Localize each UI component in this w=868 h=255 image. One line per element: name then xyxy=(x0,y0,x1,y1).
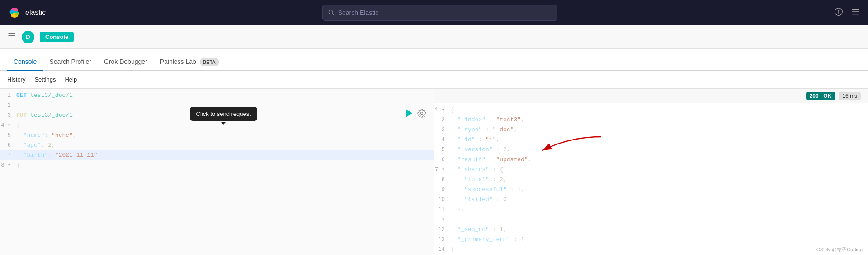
nav-icons xyxy=(834,7,861,19)
search-placeholder: Search Elastic xyxy=(338,9,378,16)
resp-line-11: 11 ▾ }, xyxy=(434,205,868,225)
resp-line-12: 12 "_seq_no" : 1, xyxy=(434,225,868,235)
logo-area[interactable]: elastic xyxy=(7,5,46,20)
tooltip-container: Click to send request xyxy=(190,107,257,121)
request-settings-icon[interactable] xyxy=(417,109,426,120)
response-pane: 200 - OK 16 ms 1 ▾ { 2 "_index" : "test3… xyxy=(434,89,868,255)
code-line-6: 6 "age": 2, xyxy=(0,140,434,150)
resp-line-14: 14 ▾ } xyxy=(434,245,868,255)
history-button[interactable]: History xyxy=(7,76,25,83)
beta-badge: BETA xyxy=(200,58,219,66)
tab-search-profiler[interactable]: Search Profiler xyxy=(43,53,98,71)
resp-line-9: 9 "successful" : 1, xyxy=(434,185,868,195)
code-line-4: 4 ▾ { xyxy=(0,120,434,130)
run-request-icon[interactable] xyxy=(405,109,414,120)
svg-line-7 xyxy=(332,14,334,15)
elastic-logo-icon xyxy=(7,5,22,20)
resp-line-8: 8 "total" : 2, xyxy=(434,175,868,185)
svg-point-9 xyxy=(838,10,839,10)
svg-marker-14 xyxy=(406,110,412,117)
resp-line-4: 4 "_id" : "1", xyxy=(434,135,868,145)
resp-line-6: 6 "result" : "updated", xyxy=(434,155,868,165)
response-code: 1 ▾ { 2 "_index" : "test3", 3 "_type" : … xyxy=(434,103,868,255)
resp-line-1: 1 ▾ { xyxy=(434,105,868,115)
dev-tools-badge[interactable]: Console xyxy=(40,32,74,42)
tab-console[interactable]: Console xyxy=(7,53,43,71)
editor-pane[interactable]: 1 GET test3/_doc/1 2 3 PUT test3/_doc/1 … xyxy=(0,89,434,255)
response-status-bar: 200 - OK 16 ms xyxy=(434,89,868,103)
search-bar-container: Search Elastic xyxy=(51,5,828,21)
response-time-badge: 16 ms xyxy=(839,92,861,100)
watermark: CSDN @桔子Coding xyxy=(816,246,863,253)
code-line-5: 5 "name": "hehe", xyxy=(0,130,434,140)
resp-line-3: 3 "_type" : "_doc", xyxy=(434,125,868,135)
tab-painless-lab[interactable]: Painless Lab BETA xyxy=(154,53,225,71)
hamburger-icon[interactable] xyxy=(7,31,16,43)
main-content: 1 GET test3/_doc/1 2 3 PUT test3/_doc/1 … xyxy=(0,89,868,255)
user-menu-icon[interactable] xyxy=(851,7,861,19)
toolbar: History Settings Help xyxy=(0,71,868,89)
brand-name: elastic xyxy=(25,9,46,17)
status-ok-badge: 200 - OK xyxy=(806,92,835,100)
second-nav-bar: D Console xyxy=(0,25,868,49)
code-line-7: 7 "birth": "2021-11-11" xyxy=(0,150,434,160)
settings-button[interactable]: Settings xyxy=(34,76,56,83)
resp-line-7: 7 ▾ "_shards" : { xyxy=(434,165,868,175)
editor-actions xyxy=(405,109,426,120)
notification-icon[interactable] xyxy=(834,7,844,19)
resp-line-13: 13 "_primary_term" : 1 xyxy=(434,235,868,245)
code-line-8: 8 ▾ } xyxy=(0,160,434,170)
svg-point-15 xyxy=(421,112,423,115)
tab-grok-debugger[interactable]: Grok Debugger xyxy=(98,53,154,71)
send-request-tooltip: Click to send request xyxy=(190,107,257,121)
help-button[interactable]: Help xyxy=(65,76,77,83)
resp-line-10: 10 "failed" : 0 xyxy=(434,195,868,205)
code-line-1: 1 GET test3/_doc/1 xyxy=(0,91,434,101)
top-navigation: elastic Search Elastic xyxy=(0,0,868,25)
tabs-bar: Console Search Profiler Grok Debugger Pa… xyxy=(0,49,868,71)
resp-line-2: 2 "_index" : "test3", xyxy=(434,115,868,125)
code-editor[interactable]: 1 GET test3/_doc/1 2 3 PUT test3/_doc/1 … xyxy=(0,89,434,172)
global-search-bar[interactable]: Search Elastic xyxy=(322,5,557,21)
resp-line-5: 5 "_version" : 2, xyxy=(434,145,868,155)
user-avatar[interactable]: D xyxy=(22,31,34,43)
search-icon xyxy=(328,10,335,16)
